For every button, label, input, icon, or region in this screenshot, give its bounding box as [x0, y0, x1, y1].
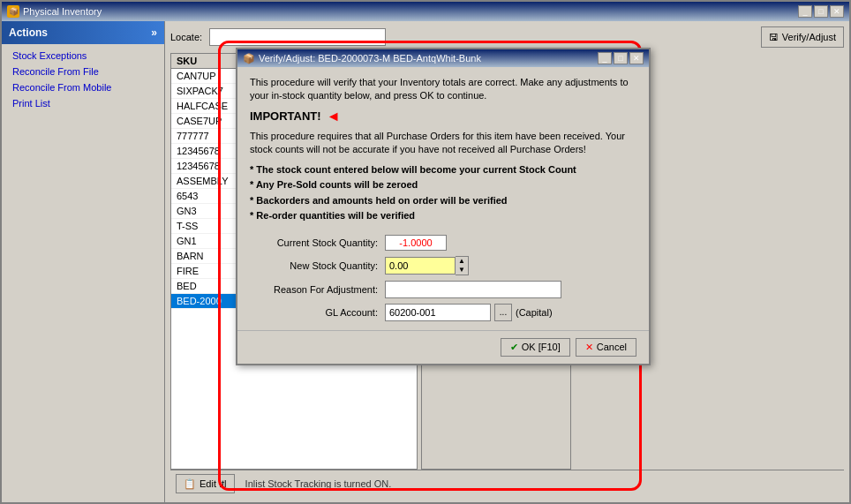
- modal-title-left: 📦 Verify/Adjust: BED-2000073-M BED-AntqW…: [243, 53, 481, 64]
- minimize-btn[interactable]: _: [798, 5, 812, 18]
- modal-title: Verify/Adjust: BED-2000073-M BED-AntqWhi…: [259, 53, 481, 64]
- edit-itl-icon: 📋: [184, 478, 196, 490]
- title-bar: 📦 Physical Inventory _ □ ✕: [2, 2, 849, 21]
- spin-up-btn[interactable]: ▲: [456, 257, 468, 266]
- modal-close-btn[interactable]: ✕: [629, 52, 644, 64]
- verify-icon: 🖫: [769, 32, 779, 42]
- window-body: Actions » Stock Exceptions Reconcile Fro…: [2, 21, 849, 502]
- gl-input[interactable]: [385, 304, 491, 321]
- modal-warning: This procedure requires that all Purchas…: [250, 130, 636, 157]
- bullet-1: * The stock count entered below will bec…: [250, 162, 636, 178]
- status-text: Inlist Stock Tracking is turned ON.: [245, 478, 392, 489]
- new-qty-label: New Stock Quantity:: [250, 260, 378, 271]
- modal-important: IMPORTANT! ◄: [250, 109, 636, 124]
- edit-itl-button[interactable]: 📋 Edit Itl: [176, 474, 235, 493]
- modal-bullets: * The stock count entered below will bec…: [250, 162, 636, 224]
- sidebar-header: Actions »: [2, 21, 164, 44]
- app-icon: 📦: [7, 5, 19, 18]
- modal-footer: ✔ OK [F10] ✕ Cancel: [237, 330, 649, 364]
- ok-icon: ✔: [510, 342, 518, 353]
- gl-capital: (Capital): [516, 307, 553, 318]
- bullet-3: * Backorders and amounts held on order w…: [250, 193, 636, 209]
- modal-restore-btn[interactable]: □: [614, 52, 628, 64]
- restore-btn[interactable]: □: [814, 5, 828, 18]
- sidebar-item-print-list[interactable]: Print List: [2, 95, 164, 111]
- locate-label: Locate:: [170, 32, 202, 42]
- sidebar-title: Actions: [9, 26, 48, 39]
- sidebar-item-stock-exceptions[interactable]: Stock Exceptions: [2, 48, 164, 64]
- locate-input[interactable]: [209, 28, 386, 46]
- verify-adjust-button[interactable]: 🖫 Verify/Adjust: [761, 26, 844, 48]
- title-bar-left: 📦 Physical Inventory: [7, 5, 102, 18]
- important-arrow: ◄: [327, 109, 341, 124]
- new-qty-wrapper: ▲ ▼: [385, 256, 469, 275]
- sidebar-item-reconcile-file[interactable]: Reconcile From File: [2, 64, 164, 79]
- bullet-2: * Any Pre-Sold counts will be zeroed: [250, 177, 636, 193]
- spin-buttons: ▲ ▼: [456, 256, 469, 275]
- window-title: Physical Inventory: [23, 6, 102, 17]
- cancel-button[interactable]: ✕ Cancel: [576, 338, 636, 357]
- gl-wrapper: ... (Capital): [385, 304, 553, 321]
- gl-row: GL Account: ... (Capital): [250, 304, 636, 321]
- new-qty-row: New Stock Quantity: ▲ ▼: [250, 256, 636, 275]
- modal-form: Current Stock Quantity: -1.0000 New Stoc…: [250, 235, 636, 321]
- modal-icon: 📦: [243, 53, 255, 64]
- current-qty-label: Current Stock Quantity:: [250, 237, 378, 248]
- cancel-icon: ✕: [585, 342, 593, 353]
- spin-down-btn[interactable]: ▼: [456, 266, 468, 275]
- main-layout: 🖫 Close Locate: 🖫 Verify/Adjust: [165, 21, 849, 502]
- new-qty-input[interactable]: [385, 257, 456, 275]
- bullet-4: * Re-order quantities will be verified: [250, 208, 636, 224]
- current-qty-row: Current Stock Quantity: -1.0000: [250, 235, 636, 251]
- top-bar: Locate: 🖫 Verify/Adjust: [170, 26, 844, 48]
- reason-label: Reason For Adjustment:: [250, 284, 378, 295]
- modal-description: This procedure will verify that your Inv…: [250, 76, 636, 103]
- bottom-bar: 📋 Edit Itl Inlist Stock Tracking is turn…: [170, 470, 844, 497]
- important-label: IMPORTANT!: [250, 109, 321, 123]
- sidebar-collapse-btn[interactable]: »: [151, 26, 157, 39]
- main-window: 📦 Physical Inventory _ □ ✕ Actions » Sto…: [0, 0, 851, 504]
- modal-title-bar: 📦 Verify/Adjust: BED-2000073-M BED-AntqW…: [237, 49, 649, 67]
- ok-button[interactable]: ✔ OK [F10]: [501, 338, 570, 357]
- gl-browse-button[interactable]: ...: [494, 304, 512, 321]
- current-qty-value: -1.0000: [385, 235, 447, 251]
- reason-input[interactable]: [385, 281, 561, 298]
- modal-body: This procedure will verify that your Inv…: [237, 67, 649, 330]
- close-title-btn[interactable]: ✕: [830, 5, 844, 18]
- gl-label: GL Account:: [250, 307, 378, 318]
- sidebar-item-reconcile-mobile[interactable]: Reconcile From Mobile: [2, 79, 164, 95]
- title-bar-buttons: _ □ ✕: [798, 5, 844, 18]
- modal-title-btns: _ □ ✕: [598, 52, 644, 64]
- modal-dialog: 📦 Verify/Adjust: BED-2000073-M BED-AntqW…: [236, 48, 651, 365]
- sidebar-items: Stock Exceptions Reconcile From File Rec…: [2, 44, 164, 115]
- sidebar: Actions » Stock Exceptions Reconcile Fro…: [2, 21, 165, 502]
- modal-minimize-btn[interactable]: _: [598, 52, 612, 64]
- reason-row: Reason For Adjustment:: [250, 281, 636, 298]
